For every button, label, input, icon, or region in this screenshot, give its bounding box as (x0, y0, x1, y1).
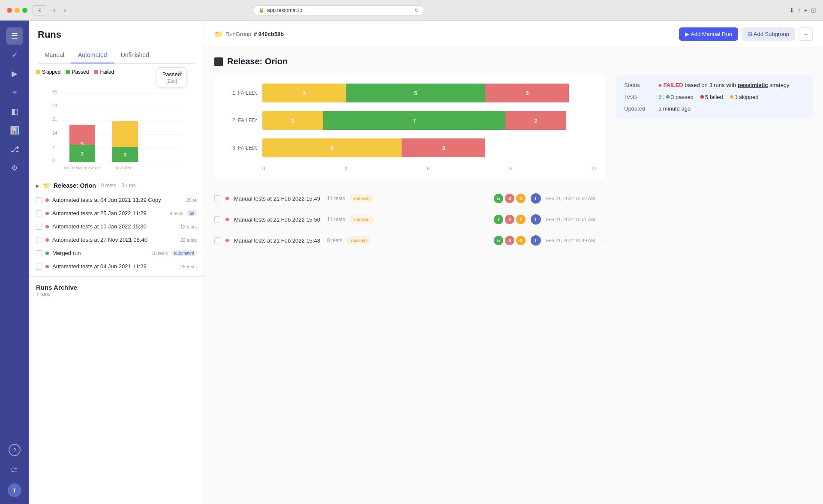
sidebar-icon-report[interactable]: 📊 (6, 122, 23, 139)
sidebar-icons: ☰ ✓ ▶ ≡ ◧ 📊 ⎇ ⚙ ? 🗂 T (0, 21, 29, 504)
sidebar-icon-archive[interactable]: 🗂 (6, 461, 23, 478)
detail-panel: Status ● FAILED based on 3 runs with pes… (616, 75, 813, 251)
bar-label-2: 2: FAILED: (223, 117, 257, 123)
run-name: Merged run (52, 250, 148, 256)
url-text: app.testomat.io (267, 7, 302, 13)
svg-text:02/09/20...: 02/09/20... (116, 166, 134, 170)
test-counts: 3 passed 5 failed 1 skipped (666, 94, 758, 100)
group-tests: 9 tests (101, 183, 116, 189)
new-tab-icon[interactable]: + (804, 7, 808, 14)
chevron-right-icon: ▶ (36, 183, 39, 188)
count-skipped: 1 skipped (730, 94, 759, 100)
bar-row-2: 2: FAILED: 2 7 2 (223, 111, 597, 130)
close-button[interactable] (7, 8, 12, 13)
minimize-button[interactable] (15, 8, 20, 13)
detail-count: 8 tests (327, 237, 342, 243)
run-checkbox[interactable] (36, 250, 42, 256)
run-item[interactable]: Automated tests at 04 Jun 2021 11:29 Cop… (29, 193, 204, 207)
detail-name: Manual tests at 21 Feb 2022 15:48 (234, 237, 320, 244)
strategy-text: pessimistic (738, 82, 768, 88)
sidebar-toggle[interactable]: ⊟ (33, 5, 46, 15)
add-manual-run-button[interactable]: ▶ Add Manual Run (679, 27, 738, 41)
sidebar-icon-branch[interactable]: ⎇ (6, 141, 23, 158)
sidebar-icon-play[interactable]: ▶ (6, 65, 23, 82)
score-orange: 3 (516, 194, 526, 203)
status-text: based on 3 runs with (685, 82, 738, 88)
sidebar-icon-layers[interactable]: ◧ (6, 103, 23, 120)
tab-automated[interactable]: Automated (71, 47, 114, 63)
bar-chart: 0 7 14 21 28 35 5 3 (44, 78, 189, 173)
sidebar-icon-list[interactable]: ≡ (6, 84, 23, 101)
fullscreen-button[interactable] (22, 8, 27, 13)
run-meta: 28 tests (180, 264, 197, 269)
forward-button[interactable]: › (62, 5, 68, 16)
detail-checkbox[interactable] (214, 195, 220, 201)
share-icon[interactable]: ↑ (798, 7, 801, 14)
status-row: Status ● FAILED based on 3 runs with pes… (624, 82, 804, 88)
detail-badge: manual (347, 237, 370, 244)
run-item[interactable]: Automated tests at 04 Jun 2021 11:29 28 … (29, 260, 204, 273)
browser-actions: ⬇ ↑ + ⊡ (789, 7, 816, 14)
detail-more-button[interactable]: ··· (600, 237, 605, 244)
runs-list: ▶ 📁 Release: Orion 9 tests 3 runs Automa… (29, 178, 204, 504)
run-item[interactable]: Automated tests at 27 Nov 2021 08:40 22 … (29, 233, 204, 246)
run-checkbox[interactable] (36, 237, 42, 243)
x-axis: 0 3 6 9 12 (223, 166, 597, 171)
bar-seg-skipped-3: 5 (262, 138, 402, 157)
tabs: Manual Automated Unfinished (38, 47, 195, 64)
detail-more-button[interactable]: ··· (600, 216, 605, 223)
bar-label-1: 1: FAILED: (223, 90, 257, 96)
windows-icon[interactable]: ⊡ (811, 7, 816, 14)
bar-seg-passed-2: 7 (323, 111, 505, 130)
reload-icon[interactable]: ↻ (415, 7, 419, 13)
run-checkbox[interactable] (36, 224, 42, 230)
run-name: Automated tests at 04 Jun 2021 11:29 Cop… (52, 197, 183, 203)
svg-text:0: 0 (52, 158, 55, 163)
bar-track-2: 2 7 2 (262, 111, 597, 130)
run-checkbox[interactable] (36, 197, 42, 203)
address-bar[interactable]: 🔒 app.testomat.io ↻ (253, 5, 424, 15)
tests-value: 9 : 3 passed 5 failed (658, 93, 804, 100)
back-button[interactable]: ‹ (51, 5, 57, 16)
run-item[interactable]: Automated tests at 25 Jan 2022 11:29 9 t… (29, 207, 204, 220)
detail-more-button[interactable]: ··· (600, 195, 605, 202)
content-body: Release: Orion 1: FAILED: 3 5 3 (204, 48, 823, 504)
group-runs: 3 runs (121, 183, 135, 189)
breadcrumb: 📁 RunGroup # 840cb58b (214, 30, 284, 38)
tab-manual[interactable]: Manual (38, 47, 71, 63)
more-options-button[interactable]: ··· (799, 27, 813, 41)
svg-text:35: 35 (52, 90, 57, 94)
tests-row: Tests 9 : 3 passed (624, 93, 804, 100)
detail-checkbox[interactable] (214, 216, 220, 222)
score-green: 7 (494, 215, 503, 224)
updated-label: Updated (624, 105, 658, 112)
detail-date: Feb 21, 2022 10:52 AM (546, 196, 595, 201)
x-label-1: 3 (345, 166, 347, 171)
score-green: 5 (494, 194, 503, 203)
run-item[interactable]: Automated tests at 10 Jan 2022 15:30 12 … (29, 220, 204, 233)
sidebar-icon-menu[interactable]: ☰ (6, 27, 23, 45)
score-red: 3 (505, 236, 514, 245)
run-checkbox[interactable] (36, 210, 42, 216)
score-red: 3 (505, 194, 514, 203)
user-avatar[interactable]: T (8, 483, 21, 497)
status-dot-passed (45, 252, 49, 255)
count-failed: 5 failed (700, 94, 723, 100)
run-detail-item: Manual tests at 21 Feb 2022 15:49 11 tes… (214, 188, 605, 209)
bar-seg-passed-1: 5 (346, 84, 485, 102)
run-group-release-orion[interactable]: ▶ 📁 Release: Orion 9 tests 3 runs (29, 178, 204, 193)
tooltip-popup: ✕ Passed [Esc] (157, 67, 186, 87)
sidebar-icon-help[interactable]: ? (9, 444, 21, 456)
add-subgroup-button[interactable]: ⊞ Add Subgroup (742, 27, 795, 41)
run-item[interactable]: Merged run 15 tests automated (29, 246, 204, 260)
run-checkbox[interactable] (36, 264, 42, 270)
tooltip-close-button[interactable]: ✕ (178, 69, 183, 76)
run-name: Automated tests at 25 Jan 2022 11:29 (52, 210, 166, 216)
tab-unfinished[interactable]: Unfinished (114, 47, 156, 63)
status-dot-failed (45, 198, 49, 202)
download-icon[interactable]: ⬇ (789, 7, 794, 14)
detail-checkbox[interactable] (214, 237, 220, 243)
sidebar-icon-settings[interactable]: ⚙ (6, 159, 23, 177)
sidebar-icon-check[interactable]: ✓ (6, 46, 23, 63)
passed-count-dot (666, 95, 670, 99)
